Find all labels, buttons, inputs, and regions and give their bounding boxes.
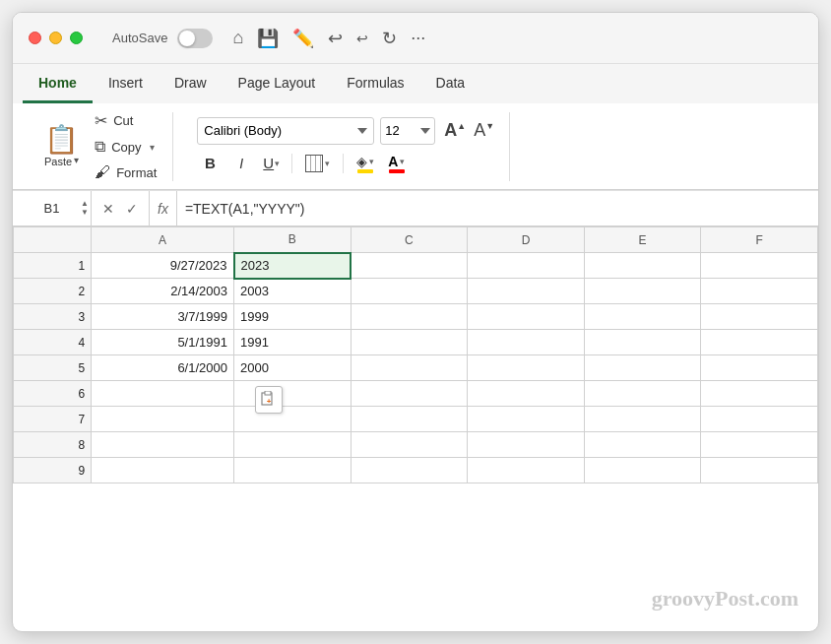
- cell-b2[interactable]: 2003: [234, 279, 352, 304]
- cell-a8[interactable]: [92, 432, 234, 458]
- cell-d7[interactable]: [468, 407, 585, 432]
- cut-button[interactable]: ✂ Cut: [91, 109, 160, 132]
- underline-button[interactable]: U ▾: [260, 153, 283, 173]
- cell-d5[interactable]: [468, 355, 585, 381]
- paste-dropdown-arrow[interactable]: ▾: [74, 155, 79, 165]
- cell-b4[interactable]: 1991: [234, 330, 352, 355]
- col-header-d[interactable]: D: [468, 227, 585, 253]
- cell-d3[interactable]: [468, 304, 585, 330]
- cell-d9[interactable]: [468, 458, 585, 483]
- cancel-formula-button[interactable]: ✕: [99, 199, 117, 219]
- decrease-font-size-button[interactable]: A▼: [471, 118, 497, 143]
- cell-e7[interactable]: [584, 407, 701, 432]
- cell-b3[interactable]: 1999: [234, 304, 352, 330]
- cell-b7[interactable]: [234, 407, 352, 432]
- cell-a7[interactable]: [92, 407, 234, 432]
- tab-page-layout[interactable]: Page Layout: [223, 64, 332, 103]
- highlight-dropdown-arrow[interactable]: ▾: [369, 157, 374, 166]
- cell-c5[interactable]: [351, 355, 468, 381]
- cell-d2[interactable]: [468, 279, 585, 304]
- minimize-button[interactable]: [49, 32, 62, 44]
- cell-b8[interactable]: [234, 432, 352, 458]
- cell-f6[interactable]: [701, 381, 818, 407]
- underline-dropdown-arrow[interactable]: ▾: [275, 159, 280, 168]
- cell-c3[interactable]: [351, 304, 468, 330]
- cell-e6[interactable]: [584, 381, 701, 407]
- formula-input[interactable]: [177, 191, 818, 225]
- increase-font-size-button[interactable]: A▲: [441, 118, 469, 143]
- home-icon[interactable]: ⌂: [232, 28, 243, 48]
- col-header-f[interactable]: F: [701, 227, 818, 253]
- cell-b6[interactable]: [234, 381, 352, 407]
- col-header-c[interactable]: C: [351, 227, 468, 253]
- cell-f3[interactable]: [701, 304, 818, 330]
- cell-c2[interactable]: [351, 279, 468, 304]
- font-color-button[interactable]: A ▾: [384, 152, 409, 175]
- cell-d1[interactable]: [468, 253, 585, 279]
- cell-e9[interactable]: [584, 458, 701, 483]
- more-icon[interactable]: ···: [411, 28, 425, 48]
- cell-a3[interactable]: 3/7/1999: [92, 304, 234, 330]
- cell-f9[interactable]: [701, 458, 818, 483]
- close-button[interactable]: [29, 32, 41, 44]
- col-header-a[interactable]: A: [92, 227, 234, 253]
- save-icon[interactable]: 💾: [257, 28, 279, 49]
- cell-f8[interactable]: [701, 432, 818, 458]
- maximize-button[interactable]: [70, 32, 83, 44]
- autosave-toggle[interactable]: [177, 29, 213, 48]
- cell-e3[interactable]: [584, 304, 701, 330]
- cell-f2[interactable]: [701, 279, 818, 304]
- name-box[interactable]: B1 ▲ ▼: [13, 191, 92, 225]
- col-header-b[interactable]: B: [234, 227, 352, 253]
- cell-a6[interactable]: [92, 381, 234, 407]
- tab-insert[interactable]: Insert: [93, 64, 159, 103]
- undo-icon[interactable]: ↩: [328, 28, 343, 49]
- cell-a4[interactable]: 5/1/1991: [92, 330, 234, 355]
- cell-e1[interactable]: [584, 253, 701, 279]
- edit-icon[interactable]: ✏️: [292, 28, 314, 49]
- tab-home[interactable]: Home: [23, 64, 93, 103]
- cell-e8[interactable]: [584, 432, 701, 458]
- format-painter-button[interactable]: 🖌 Format: [91, 161, 160, 183]
- cell-b1[interactable]: 2023: [234, 253, 352, 279]
- font-color-dropdown-arrow[interactable]: ▾: [400, 157, 405, 166]
- cell-c9[interactable]: [351, 458, 468, 483]
- italic-button[interactable]: I: [228, 151, 254, 176]
- cell-a9[interactable]: [92, 458, 234, 483]
- border-dropdown-arrow[interactable]: ▾: [325, 159, 330, 168]
- cell-a5[interactable]: 6/1/2000: [92, 355, 234, 381]
- cell-d4[interactable]: [468, 330, 585, 355]
- paste-button[interactable]: 📋 Paste ▾: [36, 122, 87, 171]
- undo2-icon[interactable]: ↩︎: [356, 31, 368, 46]
- cell-c7[interactable]: [351, 407, 468, 432]
- cell-d8[interactable]: [468, 432, 585, 458]
- cell-b9[interactable]: [234, 458, 352, 483]
- cell-b5[interactable]: 2000: [234, 355, 352, 381]
- cell-c6[interactable]: [351, 381, 468, 407]
- redo-icon[interactable]: ↻: [382, 28, 397, 49]
- paste-special-button[interactable]: +: [255, 386, 283, 414]
- cell-f4[interactable]: [701, 330, 818, 355]
- cell-f7[interactable]: [701, 407, 818, 432]
- cell-a1[interactable]: 9/27/2023: [92, 253, 234, 279]
- border-button[interactable]: ▾: [301, 153, 334, 174]
- cell-e4[interactable]: [584, 330, 701, 355]
- copy-button[interactable]: ⧉ Copy ▾: [91, 136, 160, 158]
- tab-data[interactable]: Data: [420, 64, 481, 103]
- copy-dropdown-arrow[interactable]: ▾: [150, 142, 155, 153]
- cell-e5[interactable]: [584, 355, 701, 381]
- font-size-selector[interactable]: 12: [380, 117, 435, 145]
- confirm-formula-button[interactable]: ✓: [123, 199, 141, 219]
- tab-draw[interactable]: Draw: [159, 64, 223, 103]
- cell-c1[interactable]: [351, 253, 468, 279]
- cell-f5[interactable]: [701, 355, 818, 381]
- cell-f1[interactable]: [701, 253, 818, 279]
- bold-button[interactable]: B: [197, 151, 223, 176]
- cell-e2[interactable]: [584, 279, 701, 304]
- font-name-selector[interactable]: Calibri (Body): [197, 117, 374, 145]
- tab-formulas[interactable]: Formulas: [331, 64, 419, 103]
- cell-c8[interactable]: [351, 432, 468, 458]
- cell-d6[interactable]: [468, 381, 585, 407]
- col-header-e[interactable]: E: [584, 227, 701, 253]
- cell-c4[interactable]: [351, 330, 468, 355]
